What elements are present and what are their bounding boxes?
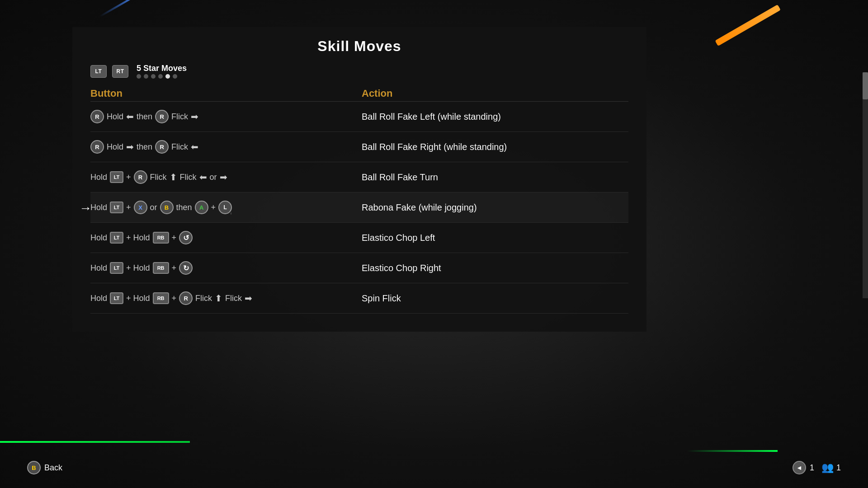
main-panel: Skill Moves LT RT 5 Star Moves Button Ac… bbox=[72, 27, 646, 332]
table-row: R Hold ➡ then R Flick ⬅ Ball Roll Fake R… bbox=[90, 132, 628, 162]
row-4-button: Hold LT + X or B then A + L↓ bbox=[90, 201, 362, 214]
tab-dot-1[interactable] bbox=[137, 74, 141, 79]
lt-button-icon: LT bbox=[110, 292, 123, 304]
tab-title: 5 Star Moves bbox=[137, 64, 187, 73]
b-button-back: B bbox=[27, 461, 41, 474]
table-row: Hold LT + R Flick ⬆ Flick ⬅ or ➡ Ball Ro… bbox=[90, 162, 628, 192]
lt-button-icon: LT bbox=[110, 262, 123, 274]
r-button-icon: R bbox=[90, 140, 104, 154]
r-spin-right-icon: ↻ bbox=[179, 261, 193, 275]
page-nav: ◄ 1 bbox=[793, 461, 814, 474]
scrollbar[interactable] bbox=[863, 72, 868, 298]
l-button-icon: L↓ bbox=[218, 201, 232, 214]
page-title: Skill Moves bbox=[90, 27, 628, 62]
tab-dot-4[interactable] bbox=[158, 74, 163, 79]
lt-button-icon: LT bbox=[110, 171, 123, 183]
r-button-icon: R bbox=[134, 170, 147, 184]
rt-button[interactable]: RT bbox=[112, 65, 128, 78]
selected-row-arrow: → bbox=[79, 201, 92, 216]
a-button-icon: A bbox=[195, 201, 208, 214]
r-button-icon: R bbox=[155, 110, 169, 123]
rb-button-icon: RB bbox=[153, 292, 169, 304]
lt-button-icon: LT bbox=[110, 202, 123, 213]
arrow-right-icon: ➡ bbox=[126, 141, 134, 152]
row-7-button: Hold LT + Hold RB + R Flick ⬆ Flick ➡ bbox=[90, 291, 362, 305]
arrow-up-icon: ⬆ bbox=[170, 172, 177, 183]
players-icon: 👥 bbox=[821, 462, 834, 474]
arrow-right-icon: ➡ bbox=[220, 172, 227, 183]
bg-decoration-green bbox=[0, 441, 190, 443]
table-row: Hold LT + Hold RB + ↻ Elastico Chop Righ… bbox=[90, 253, 628, 283]
r-spin-left-icon: ↺ bbox=[179, 231, 193, 244]
bg-decoration-green2 bbox=[687, 450, 778, 452]
lt-button[interactable]: LT bbox=[90, 65, 107, 78]
row-6-button: Hold LT + Hold RB + ↻ bbox=[90, 261, 362, 275]
arrow-up-icon: ⬆ bbox=[215, 293, 222, 304]
row-4-action: Rabona Fake (while jogging) bbox=[362, 202, 628, 213]
b-button-icon: B bbox=[160, 201, 174, 214]
x-button-icon: X bbox=[134, 201, 147, 214]
row-6-action: Elastico Chop Right bbox=[362, 263, 628, 273]
tab-dot-2[interactable] bbox=[144, 74, 148, 79]
row-5-button: Hold LT + Hold RB + ↺ bbox=[90, 231, 362, 244]
row-2-button: R Hold ➡ then R Flick ⬅ bbox=[90, 140, 362, 154]
scrollbar-thumb[interactable] bbox=[863, 72, 868, 99]
page-prev-button[interactable]: ◄ bbox=[793, 461, 806, 474]
arrow-left-icon: ⬅ bbox=[191, 141, 198, 152]
page-number: 1 bbox=[810, 463, 814, 473]
arrow-left-icon: ⬅ bbox=[199, 172, 207, 183]
tab-dot-5[interactable] bbox=[165, 74, 170, 79]
button-column-header: Button bbox=[90, 88, 362, 99]
bottom-bar: B Back ◄ 1 👥 1 bbox=[0, 461, 868, 474]
tab-dot-3[interactable] bbox=[151, 74, 156, 79]
r-button-icon: R bbox=[90, 110, 104, 123]
page-info: ◄ 1 👥 1 bbox=[793, 461, 841, 474]
table-row: Hold LT + X or B then A + L↓ Rabona Fake… bbox=[90, 192, 628, 223]
lt-button-icon: LT bbox=[110, 232, 123, 244]
row-3-action: Ball Roll Fake Turn bbox=[362, 172, 628, 183]
table-row: Hold LT + Hold RB + ↺ Elastico Chop Left bbox=[90, 223, 628, 253]
row-2-action: Ball Roll Fake Right (while standing) bbox=[362, 142, 628, 152]
tab-dots bbox=[137, 74, 187, 79]
players-number: 1 bbox=[836, 463, 841, 473]
back-button[interactable]: B Back bbox=[27, 461, 62, 474]
rb-button-icon: RB bbox=[153, 262, 169, 274]
action-column-header: Action bbox=[362, 88, 628, 99]
rb-button-icon: RB bbox=[153, 232, 169, 244]
tab-area: LT RT 5 Star Moves bbox=[90, 62, 628, 84]
arrow-right-icon: ➡ bbox=[191, 111, 198, 122]
row-3-button: Hold LT + R Flick ⬆ Flick ⬅ or ➡ bbox=[90, 170, 362, 184]
back-label: Back bbox=[44, 463, 62, 473]
column-headers: Button Action bbox=[90, 84, 628, 102]
arrow-left-icon: ⬅ bbox=[126, 111, 134, 122]
row-1-button: R Hold ⬅ then R Flick ➡ bbox=[90, 110, 362, 123]
row-1-action: Ball Roll Fake Left (while standing) bbox=[362, 112, 628, 122]
table-row: Hold LT + Hold RB + R Flick ⬆ Flick ➡ Sp… bbox=[90, 283, 628, 314]
player-count: 👥 1 bbox=[821, 462, 841, 474]
row-5-action: Elastico Chop Left bbox=[362, 233, 628, 243]
r-button-icon: R bbox=[155, 140, 169, 154]
row-7-action: Spin Flick bbox=[362, 293, 628, 304]
table-row: R Hold ⬅ then R Flick ➡ Ball Roll Fake L… bbox=[90, 102, 628, 132]
arrow-right-icon: ➡ bbox=[245, 293, 252, 304]
r-button-icon: R bbox=[179, 291, 193, 305]
tab-dot-6[interactable] bbox=[173, 74, 177, 79]
